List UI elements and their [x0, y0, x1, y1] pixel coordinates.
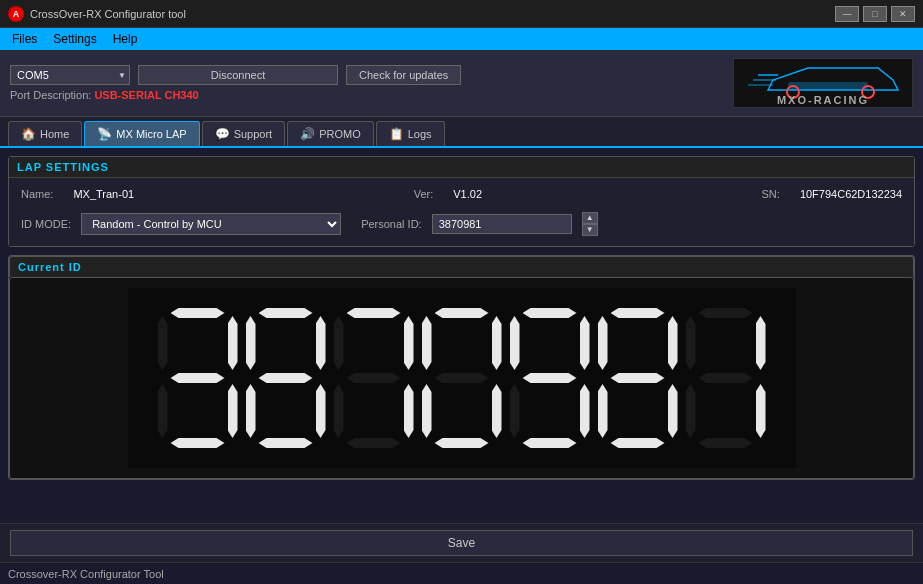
- disconnect-button[interactable]: Disconnect: [138, 65, 338, 85]
- app-icon: A: [8, 6, 24, 22]
- tab-logs[interactable]: 📋 Logs: [376, 121, 445, 146]
- tab-support[interactable]: 💬 Support: [202, 121, 286, 146]
- current-id-section: Current ID: [8, 255, 915, 480]
- tab-mx-micro-lap[interactable]: 📡 MX Micro LAP: [84, 121, 199, 146]
- name-value: MX_Tran-01: [73, 188, 134, 200]
- close-button[interactable]: ✕: [891, 6, 915, 22]
- svg-rect-1: [788, 82, 868, 90]
- status-text: Crossover-RX Configurator Tool: [8, 568, 164, 580]
- window-title: CrossOver-RX Configurator tool: [30, 8, 829, 20]
- promo-icon: 🔊: [300, 127, 315, 141]
- menu-help[interactable]: Help: [105, 30, 146, 48]
- lap-settings-section: LAP SETTINGS Name: MX_Tran-01 Ver: V1.02…: [8, 156, 915, 247]
- current-id-display: [9, 277, 914, 479]
- personal-id-spinner: ▲ ▼: [582, 212, 598, 236]
- lap-settings-body: Name: MX_Tran-01 Ver: V1.02 SN: 10F794C6…: [9, 178, 914, 246]
- seg-digit-6: [686, 308, 766, 448]
- device-info-row: Name: MX_Tran-01 Ver: V1.02 SN: 10F794C6…: [21, 188, 902, 200]
- svg-text:MXO-RACING: MXO-RACING: [777, 94, 869, 106]
- sn-value: 10F794C62D132234: [800, 188, 902, 200]
- lap-settings-title: LAP SETTINGS: [9, 157, 914, 178]
- sn-label: SN:: [762, 188, 780, 200]
- radio-icon: 📡: [97, 127, 112, 141]
- tab-home[interactable]: 🏠 Home: [8, 121, 82, 146]
- name-label: Name:: [21, 188, 53, 200]
- title-bar: A CrossOver-RX Configurator tool — □ ✕: [0, 0, 923, 28]
- port-desc-value: USB-SERIAL CH340: [94, 89, 198, 101]
- logo-area: MXO-RACING: [733, 58, 913, 108]
- menu-files[interactable]: Files: [4, 30, 45, 48]
- status-bar: Crossover-RX Configurator Tool: [0, 562, 923, 584]
- segment-display: [128, 288, 796, 468]
- port-description: Port Description: USB-SERIAL CH340: [10, 89, 725, 101]
- tab-promo[interactable]: 🔊 PROMO: [287, 121, 374, 146]
- spinner-down[interactable]: ▼: [582, 224, 598, 236]
- seg-digit-1: [246, 308, 326, 448]
- seg-digit-3: [422, 308, 502, 448]
- mxo-racing-logo: MXO-RACING: [738, 60, 908, 106]
- port-select[interactable]: COM5: [10, 65, 130, 85]
- current-id-title: Current ID: [9, 256, 914, 277]
- tabs-bar: 🏠 Home 📡 MX Micro LAP 💬 Support 🔊 PROMO …: [0, 117, 923, 148]
- seg-digit-5: [598, 308, 678, 448]
- personal-id-input[interactable]: [432, 214, 572, 234]
- personal-id-label: Personal ID:: [361, 218, 422, 230]
- ver-label: Ver:: [414, 188, 434, 200]
- id-mode-row: ID MODE: Random - Control by MCU Persona…: [21, 212, 902, 236]
- id-mode-select[interactable]: Random - Control by MCU: [81, 213, 341, 235]
- seg-digit-0: [158, 308, 238, 448]
- check-updates-button[interactable]: Check for updates: [346, 65, 461, 85]
- save-button[interactable]: Save: [10, 530, 913, 556]
- id-mode-label: ID MODE:: [21, 218, 71, 230]
- logs-icon: 📋: [389, 127, 404, 141]
- save-bar: Save: [0, 523, 923, 562]
- toolbar: COM5 Disconnect Check for updates Port D…: [0, 50, 923, 117]
- minimize-button[interactable]: —: [835, 6, 859, 22]
- menu-settings[interactable]: Settings: [45, 30, 104, 48]
- main-content: LAP SETTINGS Name: MX_Tran-01 Ver: V1.02…: [0, 148, 923, 523]
- ver-value: V1.02: [453, 188, 482, 200]
- seg-digit-4: [510, 308, 590, 448]
- support-icon: 💬: [215, 127, 230, 141]
- maximize-button[interactable]: □: [863, 6, 887, 22]
- spinner-up[interactable]: ▲: [582, 212, 598, 224]
- menu-bar: Files Settings Help: [0, 28, 923, 50]
- window-controls: — □ ✕: [835, 6, 915, 22]
- seg-digit-2: [334, 308, 414, 448]
- home-icon: 🏠: [21, 127, 36, 141]
